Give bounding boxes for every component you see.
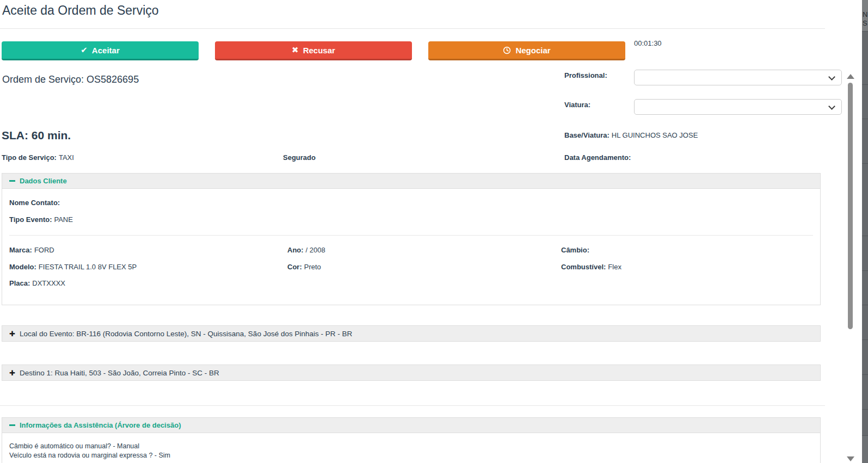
clock-icon xyxy=(503,46,511,54)
countdown-timer: 00:01:30 xyxy=(634,39,662,47)
base-viatura: Base/Viatura:HL GUINCHOS SAO JOSE xyxy=(564,131,698,139)
order-number-label: Ordem de Serviço: xyxy=(2,74,84,85)
data-agendamento: Data Agendamento: xyxy=(564,153,633,162)
section-header-assistencia[interactable]: Informações da Assistência (Árvore de de… xyxy=(2,418,820,433)
plus-icon: ✚ xyxy=(9,369,15,377)
cor: Cor:Preto xyxy=(287,263,321,271)
placa: Placa:DXTXXXX xyxy=(9,279,65,287)
viatura-label: Viatura: xyxy=(564,101,590,109)
local-evento-text: Local do Evento: BR-116 (Rodovia Contorn… xyxy=(20,330,352,338)
cambio: Câmbio: xyxy=(561,246,592,254)
negotiate-button[interactable]: Negociar xyxy=(428,41,625,60)
check-icon: ✔ xyxy=(81,45,88,55)
accept-button[interactable]: ✔ Aceitar xyxy=(2,41,199,60)
minus-icon xyxy=(9,424,15,426)
section-divider xyxy=(0,405,825,406)
combustivel: Combustível:Flex xyxy=(561,263,621,271)
local-evento-bar[interactable]: ✚ Local do Evento: BR-116 (Rodovia Conto… xyxy=(2,325,821,342)
vehicle-divider xyxy=(9,235,813,236)
x-icon: ✖ xyxy=(292,45,299,55)
marca: Marca:FORD xyxy=(9,246,54,254)
nome-contato: Nome Contato: xyxy=(9,199,62,207)
assistencia-line: Câmbio é automático ou manual? - Manual xyxy=(9,442,139,451)
destino1-bar[interactable]: ✚ Destino 1: Rua Haiti, 503 - São João, … xyxy=(2,365,821,381)
modelo: Modelo:FIESTA TRAIL 1.0 8V FLEX 5P xyxy=(9,263,137,271)
tipo-servico: Tipo de Serviço:TAXI xyxy=(2,153,74,162)
scrollbar-thumb[interactable] xyxy=(848,83,853,329)
chevron-down-icon xyxy=(828,73,835,81)
assistencia-panel-heading-wrap: Informações da Assistência (Árvore de de… xyxy=(2,417,821,433)
sla-text: SLA: 60 min. xyxy=(2,129,71,142)
segurado-label: Segurado xyxy=(283,153,316,162)
title-divider xyxy=(0,28,825,29)
scrollbar-down-arrow[interactable] xyxy=(847,456,854,461)
profissional-label: Profissional: xyxy=(564,71,607,79)
accept-button-label: Aceitar xyxy=(92,46,120,55)
right-edge-panel: N S xyxy=(862,0,868,463)
destino1-text: Destino 1: Rua Haiti, 503 - São João, Co… xyxy=(20,369,219,377)
minus-icon xyxy=(9,180,15,182)
refuse-button-label: Recusar xyxy=(303,46,335,55)
viatura-select[interactable] xyxy=(634,99,842,115)
dados-cliente-panel: Dados Cliente Nome Contato: Tipo Evento:… xyxy=(2,173,821,305)
service-order-accept-page: Aceite da Ordem de Serviço ✔ Aceitar ✖ R… xyxy=(0,0,868,463)
order-number-value: OS5826695 xyxy=(87,74,139,85)
chevron-down-icon xyxy=(828,103,835,110)
dados-cliente-title: Dados Cliente xyxy=(20,177,67,185)
scrollbar-up-arrow[interactable] xyxy=(847,74,854,79)
negotiate-button-label: Negociar xyxy=(515,46,550,55)
assistencia-line: Veículo está na rodovia ou marginal expr… xyxy=(9,451,170,460)
ano: Ano:/ 2008 xyxy=(287,246,325,254)
assistencia-title: Informações da Assistência (Árvore de de… xyxy=(20,421,181,429)
tipo-evento: Tipo Evento:PANE xyxy=(9,215,73,224)
page-title: Aceite da Ordem de Serviço xyxy=(2,3,159,18)
section-header-dados-cliente[interactable]: Dados Cliente xyxy=(2,174,820,189)
profissional-select[interactable] xyxy=(634,70,842,85)
right-edge-panel-text: N S xyxy=(862,0,868,32)
order-number: Ordem de Serviço:OS5826695 xyxy=(2,74,139,85)
plus-icon: ✚ xyxy=(9,330,15,338)
refuse-button[interactable]: ✖ Recusar xyxy=(215,41,412,60)
assistencia-body: Câmbio é automático ou manual? - Manual … xyxy=(2,433,821,463)
